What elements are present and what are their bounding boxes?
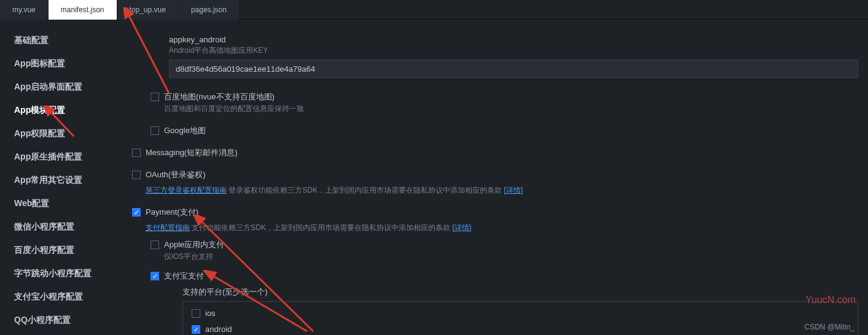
payment-checkbox[interactable] [132,208,141,217]
sidebar-item-qq-mp[interactable]: QQ小程序配置 [14,309,117,332]
sidebar-item-baidu-mp[interactable]: 百度小程序配置 [14,239,117,262]
payment-label: Payment(支付) [146,207,198,218]
oauth-detail-link[interactable]: [详情] [504,186,523,194]
sidebar-item-web[interactable]: Web配置 [14,192,117,215]
sidebar-item-app-native-plugins[interactable]: App原生插件配置 [14,145,117,169]
messaging-checkbox[interactable] [132,148,141,157]
sidebar-item-basic[interactable]: 基础配置 [14,29,117,52]
appkey-android-hint: Android平台高德地图应用KEY [132,45,864,56]
google-map-checkbox[interactable] [151,126,159,135]
oauth-checkbox[interactable] [132,171,141,179]
alipay-ios-label: ios [205,309,216,318]
oauth-label: OAuth(登录鉴权) [146,169,206,180]
apple-iap-hint: 仅iOS平台支持 [164,252,224,262]
watermark-site: YuucN.com [805,295,856,306]
alipay-platform-box: ios android [182,301,858,335]
alipay-ios-checkbox[interactable] [192,309,200,318]
oauth-guide-link[interactable]: 第三方登录鉴权配置指南 [146,186,227,194]
sidebar-item-bytedance-mp[interactable]: 字节跳动小程序配置 [14,262,117,285]
appkey-android-label: appkey_android [132,35,864,44]
alipay-android-checkbox[interactable] [192,325,200,334]
tab-pages-json[interactable]: pages.json [179,0,239,20]
config-content: appkey_android Android平台高德地图应用KEY 百度地图(n… [117,20,868,335]
editor-tabs: my.vue manifest.json top_up.vue pages.js… [0,0,868,20]
messaging-label: Messaging(短彩邮件消息) [146,147,238,158]
baidu-map-hint: 百度地图和百度定位的配置信息应保持一致 [164,104,304,114]
tab-top-up-vue[interactable]: top_up.vue [117,0,178,20]
sidebar-item-app-permissions[interactable]: App权限配置 [14,122,117,145]
tab-manifest-json[interactable]: manifest.json [49,0,117,20]
payment-detail-link[interactable]: [详情] [452,223,471,232]
payment-guide-link[interactable]: 支付配置指南 [146,223,190,232]
sidebar-item-alipay-mp[interactable]: 支付宝小程序配置 [14,285,117,309]
alipay-android-label: android [205,325,232,334]
tab-my-vue[interactable]: my.vue [0,0,48,20]
baidu-map-label: 百度地图(nvue不支持百度地图) [164,92,275,101]
sidebar-item-app-icon[interactable]: App图标配置 [14,52,117,75]
payment-desc: 支付功能依赖三方SDK，上架到国内应用市场需要在隐私协议中添加相应的条款 [190,223,452,232]
config-sidebar: 基础配置 App图标配置 App启动界面配置 App模块配置 App权限配置 A… [0,20,117,335]
alipay-platform-label: 支持的平台(至少选一个) [151,287,864,298]
google-map-label: Google地图 [164,125,206,136]
sidebar-item-app-other[interactable]: App常用其它设置 [14,169,117,192]
sidebar-item-wechat-mp[interactable]: 微信小程序配置 [14,215,117,239]
appkey-android-input[interactable] [169,60,858,78]
sidebar-item-app-splash[interactable]: App启动界面配置 [14,75,117,99]
alipay-label: 支付宝支付 [164,271,204,282]
watermark-author: CSDN @Mitin_ [804,323,854,331]
oauth-desc: 登录鉴权功能依赖三方SDK，上架到国内应用市场需要在隐私协议中添加相应的条款 [227,186,504,194]
alipay-checkbox[interactable] [151,272,159,280]
sidebar-item-app-modules[interactable]: App模块配置 [14,99,117,122]
apple-iap-label: Apple应用内支付 [164,240,224,249]
apple-iap-checkbox[interactable] [151,241,159,249]
baidu-map-checkbox[interactable] [151,93,159,101]
